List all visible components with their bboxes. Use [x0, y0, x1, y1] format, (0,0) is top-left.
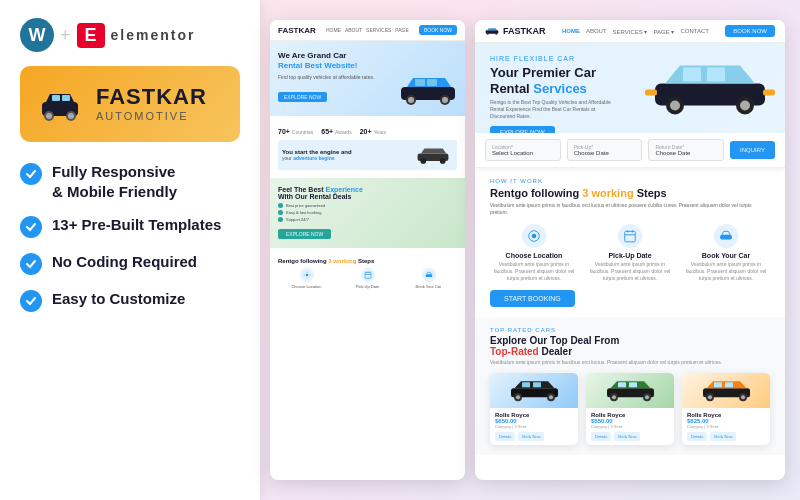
- pr-car-info-1: Rolls Royce $650.00 Category | 4 Seat De…: [490, 408, 578, 445]
- pr-car-svg-1: [507, 377, 562, 405]
- pr-car-book-btn-2[interactable]: Book Now: [614, 432, 640, 441]
- feature-nocoding: No Coding Required: [20, 252, 240, 275]
- pl-mid-title: Feel The Best Experience With Our Rental…: [278, 186, 457, 200]
- pr-step-2: Pick-Up Date Vestibulum ante ipsum primi…: [586, 224, 674, 282]
- wp-letter: W: [29, 25, 46, 46]
- svg-point-16: [440, 158, 446, 164]
- pr-car-img-3: [682, 373, 770, 408]
- svg-rect-51: [714, 382, 722, 387]
- pr-navbar: FASTKAR HOME ABOUT SERVICES ▾ PAGE ▾ CON…: [475, 20, 785, 43]
- pr-hero-car-image: [645, 54, 775, 123]
- svg-rect-30: [645, 90, 657, 96]
- elementor-e-letter: E: [85, 25, 97, 45]
- pr-logo-text: FASTKAR: [503, 26, 546, 36]
- pl-step-2-icon: [361, 268, 375, 282]
- svg-point-4: [68, 113, 74, 119]
- svg-rect-6: [62, 95, 70, 101]
- check-icon-responsive: [20, 163, 42, 185]
- pr-pickup-field[interactable]: Pick-Up* Choose Date: [567, 139, 643, 161]
- pl-rental-mini: You start the engine and your adventure …: [278, 140, 457, 170]
- feature-text-nocoding: No Coding Required: [52, 252, 197, 272]
- pr-return-field[interactable]: Return Date* Choose Date: [648, 139, 724, 161]
- pr-hero-section: HIRE FLEXIBLE CAR Your Premier Car Renta…: [475, 43, 785, 133]
- pl-stat-years: 20+ Years: [360, 128, 386, 135]
- pl-dot-booking: [278, 210, 283, 215]
- check-icon-nocoding: [20, 253, 42, 275]
- pl-dot-support: [278, 217, 283, 222]
- pl-rental-subtitle: your adventure begins: [282, 155, 352, 161]
- brand-text: FASTKAR AUTOMOTIVE: [96, 86, 207, 122]
- pl-feature-support: Support 24/7: [278, 217, 457, 222]
- pl-step-3-icon: [422, 268, 436, 282]
- pr-start-booking-btn[interactable]: START BOOKING: [490, 290, 575, 307]
- pr-car-detail-2: Category | 4 Seat: [591, 424, 669, 429]
- pr-car-details-btn-2[interactable]: Details: [591, 432, 611, 441]
- pr-steps-row: Choose Location Vestibulum ante ipsum pr…: [490, 224, 770, 282]
- pl-step-2-label: Pick-Up Date: [339, 284, 396, 289]
- feature-text-templates: 13+ Pre-Built Templates: [52, 215, 221, 235]
- pr-nav-about: ABOUT: [586, 28, 607, 35]
- pr-car-book-btn-3[interactable]: Book Now: [710, 432, 736, 441]
- pl-steps-row: Choose Location Pick-Up Date Book Your C…: [278, 268, 457, 289]
- pr-dealers-title: Explore Our Top Deal From Top-Rated Deal…: [490, 335, 770, 357]
- left-panel: W + E elementor FASTKAR AUTOMOTIVE: [0, 0, 260, 500]
- pr-step-1-title: Choose Location: [490, 252, 578, 259]
- pl-feature-price: Best price guaranteed: [278, 203, 457, 208]
- pl-hero-btn[interactable]: EXPLORE NOW: [278, 92, 327, 102]
- svg-rect-18: [365, 272, 371, 278]
- svg-point-11: [408, 97, 414, 103]
- svg-rect-52: [725, 382, 733, 387]
- pl-stats-section: 70+ Countries 65+ Awards 20+ Years You s…: [270, 116, 465, 178]
- svg-point-27: [670, 101, 680, 111]
- pr-car-book-btn-1[interactable]: Book Now: [518, 432, 544, 441]
- pr-dealers-section: TOP RATED CARS Explore Our Top Deal From…: [475, 317, 785, 455]
- svg-point-13: [442, 97, 448, 103]
- brand-tagline: AUTOMOTIVE: [96, 110, 207, 122]
- pl-stat-awards: 65+ Awards: [321, 128, 351, 135]
- pr-nav-page: PAGE ▾: [653, 28, 674, 35]
- svg-point-2: [46, 113, 52, 119]
- pr-step-3: Book Your Car Vestibulum ante ipsum prim…: [682, 224, 770, 282]
- pl-nav-services: SERVICES: [366, 27, 391, 33]
- pl-step-3: Book Your Car: [400, 268, 457, 289]
- pl-dot-price: [278, 203, 283, 208]
- pr-hero-desc: Rentgo is the Best Top Quality Vehicles …: [490, 99, 620, 120]
- pl-step-3-label: Book Your Car: [400, 284, 457, 289]
- pr-location-field[interactable]: Location* Select Location: [485, 139, 561, 161]
- pl-mid-btn[interactable]: EXPLORE NOW: [278, 229, 331, 239]
- svg-rect-38: [533, 382, 541, 387]
- pr-cta-btn[interactable]: BOOK NOW: [725, 25, 775, 37]
- pl-mid-section: Feel The Best Experience With Our Rental…: [270, 178, 465, 248]
- brand-name: FASTKAR: [96, 86, 207, 108]
- pl-nav-about: ABOUT: [345, 27, 362, 33]
- pr-car-card-2: Rolls Royce $550.00 Category | 4 Seat De…: [586, 373, 674, 445]
- pr-car-actions-2: Details Book Now: [591, 432, 669, 441]
- svg-point-54: [708, 395, 712, 399]
- pr-car-actions-1: Details Book Now: [495, 432, 573, 441]
- pr-step-3-title: Book Your Car: [682, 252, 770, 259]
- pr-car-svg-2: [603, 377, 658, 405]
- pr-car-details-btn-3[interactable]: Details: [687, 432, 707, 441]
- pl-stats-row: 70+ Countries 65+ Awards 20+ Years: [278, 128, 457, 135]
- pl-hero-section: We Are Grand Car Rental Best Website! Fi…: [270, 41, 465, 116]
- preview-right-website: FASTKAR HOME ABOUT SERVICES ▾ PAGE ▾ CON…: [475, 20, 785, 480]
- pr-step-2-desc: Vestibulum ante ipsum primis in faucibus…: [586, 261, 674, 282]
- svg-rect-24: [683, 68, 701, 82]
- feature-templates: 13+ Pre-Built Templates: [20, 215, 240, 238]
- pl-step-1: Choose Location: [278, 268, 335, 289]
- pl-nav-home: HOME: [326, 27, 341, 33]
- pr-hero-title: Your Premier Car Rental Services: [490, 65, 630, 96]
- pr-car-svg-3: [699, 377, 754, 405]
- pr-car-actions-3: Details Book Now: [687, 432, 765, 441]
- feature-text-responsive: Fully Responsive & Mobile Friendly: [52, 162, 177, 201]
- pr-car-details-btn-1[interactable]: Details: [495, 432, 515, 441]
- pr-search-bar: Location* Select Location Pick-Up* Choos…: [475, 133, 785, 168]
- svg-rect-37: [522, 382, 530, 387]
- pr-inquiry-btn[interactable]: INQUIRY: [730, 141, 775, 159]
- svg-rect-34: [625, 231, 636, 242]
- fastkar-car-logo: [36, 80, 84, 128]
- pl-cta-btn[interactable]: BOOK NOW: [419, 25, 457, 35]
- pr-hero-btn[interactable]: EXPLORE NOW: [490, 126, 555, 133]
- check-icon-customize: [20, 290, 42, 312]
- pr-car-card-3: Rolls Royce $825.00 Category | 4 Seat De…: [682, 373, 770, 445]
